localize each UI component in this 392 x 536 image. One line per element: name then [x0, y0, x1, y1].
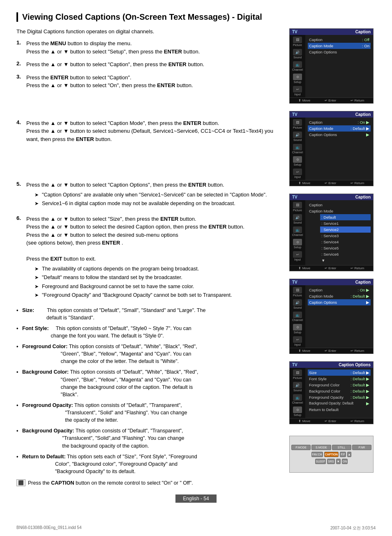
- page: Viewing Closed Captions (On-Screen Text …: [0, 0, 392, 536]
- bullet-dot: •: [16, 325, 20, 340]
- row-value: : Default ▶: [350, 126, 369, 131]
- sidebar-sound: 🔊 Sound: [293, 382, 302, 392]
- row-label: Caption Options: [309, 50, 337, 54]
- tv-main-1: Caption : Off Caption Mode : On Caption …: [305, 35, 373, 97]
- sidebar-sound: 🔊 Sound: [293, 299, 302, 309]
- page-title: Viewing Closed Captions (On-Screen Text …: [22, 12, 376, 22]
- note-item: ➤ Service1~6 in digital caption mode may…: [35, 200, 267, 208]
- input-icon: ↩: [293, 251, 302, 258]
- sidebar-label: Setup: [293, 81, 302, 83]
- tv-label: TV: [292, 195, 297, 199]
- note-text: "Caption Options" are available only whe…: [42, 192, 267, 199]
- step-6-content: Press the ▲ or ▼ button to select "Size"…: [26, 215, 244, 302]
- row-label: Return to Default: [309, 407, 339, 412]
- tv-screen-2: TV Caption 🖼 Picture 🔊 Sound: [289, 111, 374, 186]
- channel-icon: 📺: [293, 144, 302, 150]
- sidebar-label: Sound: [293, 221, 302, 224]
- menu-row: Return to Default: [308, 407, 371, 413]
- bullet-dot: •: [16, 427, 20, 449]
- bullet-content: Foreground Color: This option consists o…: [22, 343, 197, 365]
- pnr-btn: P.NR: [352, 445, 371, 450]
- remote-grid: P.MODE S.MODE STILL P.NR: [290, 443, 373, 452]
- note-arrow: ➤: [35, 266, 40, 273]
- input-icon: ↩: [293, 336, 302, 343]
- note-text: Service1~6 in digital caption mode may n…: [42, 200, 235, 208]
- sidebar-label: Channel: [292, 401, 303, 404]
- row-value: : Default ▶: [350, 395, 369, 400]
- setup-icon: ⚙: [293, 239, 302, 245]
- sound-icon: 🔊: [293, 299, 302, 306]
- title-section: Viewing Closed Captions (On-Screen Text …: [16, 12, 376, 22]
- note-item: ➤ "Caption Options" are available only w…: [35, 192, 267, 199]
- row-value: ▶: [366, 401, 369, 406]
- picture-icon: 🖼: [293, 287, 302, 293]
- pp-btn: P.P: [340, 452, 346, 457]
- item-label: : Service4: [321, 240, 339, 244]
- row-value: : Default ▶: [350, 370, 369, 375]
- caption-btn: CAPTION: [324, 452, 339, 457]
- picture-icon: 🖼: [293, 119, 302, 126]
- caption-note-text: Press the CAPTION button on the remote c…: [28, 480, 193, 486]
- footer-return: ↩ Return: [350, 349, 364, 353]
- intro-text: The Digital Captions function operates o…: [16, 28, 281, 35]
- note-text: "Foreground Opacity" and "Background Opa…: [42, 292, 232, 299]
- input-icon: ↩: [293, 86, 302, 92]
- tv-body-2: 🖼 Picture 🔊 Sound 📺 Channel ⚙: [290, 118, 373, 180]
- bullet-content: Foreground Opacity: This option consists…: [22, 402, 187, 424]
- pmode-btn: P.MODE: [291, 445, 311, 450]
- sidebar-label: Picture: [293, 377, 302, 379]
- dropdown-item-s1: : Service1: [320, 220, 371, 226]
- bullet-dot: •: [16, 453, 20, 475]
- sidebar-label: Setup: [293, 163, 302, 166]
- step-3-num: 3.: [16, 74, 24, 90]
- sidebar-label: Input: [293, 258, 302, 261]
- remote-row3: SLEEP SRS ▼ ON: [290, 459, 373, 466]
- sidebar-picture: 🖼 Picture: [293, 287, 302, 297]
- sidebar-setup: ⚙ Setup: [293, 407, 302, 416]
- sidebar-label: Picture: [293, 294, 302, 297]
- picture-icon: 🖼: [293, 370, 302, 376]
- footer-return: ↩ Return: [350, 266, 364, 270]
- row-label: Caption: [309, 120, 323, 125]
- step-4-content: Press the ▲ or ▼ button to select "Capti…: [26, 119, 281, 143]
- menu-row: Foreground Color : Default ▶: [308, 382, 371, 388]
- row-label: Caption Mode: [309, 44, 333, 48]
- step-4: 4. Press the ▲ or ▼ button to select "Ca…: [16, 119, 281, 143]
- tv-label: TV: [292, 280, 297, 284]
- note-item: ➤ Foreground and Background cannot be se…: [35, 283, 244, 291]
- bullet-content: Size: This option consists of "Default",…: [22, 307, 205, 321]
- sidebar-label: Picture: [293, 209, 302, 212]
- right-panel: TV Caption 🖼 Picture 🔊 Sound: [289, 28, 376, 486]
- left-content: The Digital Captions function operates o…: [16, 28, 281, 486]
- row-value: : On: [362, 44, 369, 48]
- row-value: : Default ▶: [350, 389, 369, 393]
- step-2-content: Press the ▲ or ▼ button to select "Capti…: [26, 60, 204, 69]
- sidebar-input: ↩ Input: [293, 169, 302, 178]
- menu-row-highlighted: Caption Mode : On: [308, 43, 371, 49]
- sidebar-label: Channel: [292, 233, 303, 236]
- menu-row: Background Opacity: Default ▶: [308, 400, 371, 407]
- tv-label: TV: [292, 30, 297, 34]
- sleep-btn: SLEEP: [315, 459, 326, 464]
- item-label: : Service6: [321, 252, 339, 256]
- channel-icon: 📺: [293, 394, 302, 401]
- tv-footer-4: ⬆ Move ↵ Enter ↩ Return: [290, 348, 373, 353]
- sidebar-setup: ⚙ Setup: [293, 239, 302, 249]
- tv-screen-3: TV Caption 🖼 Picture 🔊 Sound: [289, 194, 374, 271]
- step-6-notes: ➤ The availability of captions depends o…: [35, 266, 244, 299]
- menu-row: Caption : Off: [308, 37, 371, 43]
- step-3: 3. Press the ENTER button to select "Cap…: [16, 74, 281, 90]
- tv-header-1: TV Caption: [290, 29, 373, 35]
- footer-move: ⬆ Move: [298, 181, 310, 185]
- row-label: Caption Options: [309, 132, 337, 137]
- item-label: : Service5: [321, 246, 339, 250]
- tv-header-3: TV Caption: [290, 194, 373, 200]
- setup-icon: ⚙: [293, 324, 302, 330]
- sound-icon: 🔊: [293, 132, 302, 138]
- row-value: : On ▶: [357, 120, 369, 125]
- menu-row: Foreground Opacity : Default ▶: [308, 394, 371, 400]
- channel-icon: 📺: [293, 61, 302, 68]
- bullet-dot: •: [16, 343, 20, 365]
- menu-row: Caption Options ▶: [308, 132, 371, 138]
- sidebar-label: Channel: [292, 319, 303, 321]
